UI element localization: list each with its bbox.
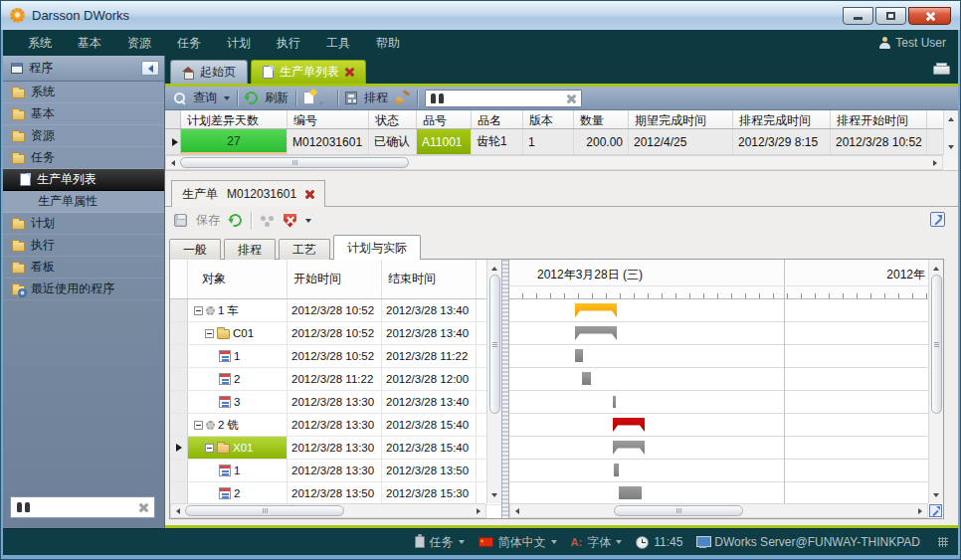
grid-header[interactable]: 计划差异天数 — [181, 110, 288, 128]
edit-pencil-icon[interactable] — [321, 93, 330, 103]
scroll-thumb[interactable] — [489, 275, 500, 414]
gantt-bar-task[interactable] — [613, 396, 616, 408]
clear-search-icon[interactable] — [138, 502, 148, 512]
scroll-left-icon[interactable] — [171, 504, 185, 517]
scroll-thumb[interactable] — [185, 505, 344, 516]
tree-row-group-1[interactable]: 1 车 2012/3/28 10:52 2012/3/28 13:40 — [170, 299, 501, 322]
scroll-down-icon[interactable] — [944, 140, 958, 153]
grid-header[interactable]: 品名 — [472, 110, 523, 128]
tab-schedule[interactable]: 排程 — [224, 239, 276, 260]
tree-header[interactable]: 结束时间 — [382, 260, 477, 298]
flow-chart-icon[interactable] — [261, 215, 275, 227]
broom-clear-icon[interactable] — [395, 92, 410, 105]
shield-cancel-icon[interactable] — [284, 214, 296, 228]
sidebar-search-input[interactable] — [36, 500, 132, 514]
status-font-menu[interactable]: 字体 — [567, 534, 627, 551]
menu-execute[interactable]: 执行 — [264, 31, 313, 56]
sidebar-item-production-order-list[interactable]: 生产单列表 — [3, 169, 164, 191]
scroll-thumb[interactable] — [180, 157, 409, 168]
tree-row-resource-c01[interactable]: C01 2012/3/28 10:52 2012/3/28 13:40 — [170, 322, 501, 345]
menu-system[interactable]: 系统 — [15, 31, 65, 56]
grid-vertical-scrollbar[interactable] — [943, 110, 958, 155]
printer-icon[interactable] — [933, 63, 948, 75]
grid-header[interactable]: 排程开始时间 — [831, 110, 927, 128]
close-detail-icon[interactable] — [305, 190, 314, 199]
scroll-up-icon[interactable] — [929, 262, 943, 275]
chevron-down-icon[interactable] — [224, 96, 230, 100]
tab-process[interactable]: 工艺 — [279, 239, 330, 260]
sidebar-item-recent-programs[interactable]: 最近使用的程序 — [3, 279, 164, 300]
scroll-right-icon[interactable] — [472, 504, 485, 517]
status-task-menu[interactable]: 任务 — [411, 534, 469, 551]
collapse-expander-icon[interactable] — [194, 421, 203, 430]
tab-production-order-list[interactable]: 生产单列表 — [251, 60, 366, 84]
tree-row-resource-x01-selected[interactable]: X01 2012/3/28 13:30 2012/3/28 15:40 — [170, 437, 501, 460]
tree-vertical-scrollbar[interactable] — [486, 260, 501, 503]
query-button[interactable]: 查询 — [193, 90, 217, 106]
tree-row-task[interactable]: 1 2012/3/28 10:52 2012/3/28 11:22 — [170, 345, 501, 368]
sidebar-item-basic[interactable]: 基本 — [3, 103, 164, 125]
tree-row-task[interactable]: 3 2012/3/28 13:30 2012/3/28 13:40 — [170, 391, 501, 414]
tree-header[interactable]: 开始时间 — [288, 260, 382, 298]
close-tab-icon[interactable] — [345, 68, 354, 77]
popout-icon[interactable] — [930, 212, 945, 227]
maximize-button[interactable] — [875, 7, 906, 25]
tab-start-page[interactable]: 起始页 — [170, 60, 248, 84]
tree-gantt-splitter[interactable] — [501, 260, 509, 518]
new-document-icon[interactable] — [303, 92, 314, 104]
minimize-button[interactable] — [843, 7, 873, 25]
grid-header[interactable]: 编号 — [288, 110, 369, 128]
menu-basic[interactable]: 基本 — [65, 31, 114, 56]
gantt-bar-task[interactable] — [575, 349, 583, 362]
schedule-button[interactable]: 排程 — [364, 90, 388, 106]
collapse-expander-icon[interactable] — [194, 306, 203, 315]
resize-grip[interactable] — [938, 537, 948, 547]
detail-doc-tab[interactable]: 生产单 M012031601 — [171, 180, 325, 207]
sidebar-item-kanban[interactable]: 看板 — [3, 257, 164, 279]
sidebar-item-system[interactable]: 系统 — [3, 82, 164, 103]
grid-header[interactable]: 排程完成时间 — [733, 110, 831, 128]
sidebar-item-resource[interactable]: 资源 — [3, 125, 164, 147]
menu-help[interactable]: 帮助 — [363, 31, 413, 56]
grid-header[interactable]: 数量 — [574, 110, 629, 128]
scroll-down-icon[interactable] — [487, 488, 501, 501]
gantt-bar-task[interactable] — [582, 372, 591, 385]
collapse-expander-icon[interactable] — [205, 444, 214, 453]
tab-plan-vs-actual[interactable]: 计划与实际 — [333, 235, 421, 260]
menu-plan[interactable]: 计划 — [214, 31, 264, 56]
tree-header[interactable]: 对象 — [188, 260, 288, 298]
refresh-button[interactable]: 刷新 — [265, 90, 288, 106]
scroll-thumb[interactable] — [614, 505, 743, 516]
scroll-down-icon[interactable] — [929, 488, 943, 501]
tree-row-task[interactable]: 2 2012/3/28 11:22 2012/3/28 12:00 — [170, 368, 501, 391]
scroll-right-icon[interactable] — [928, 156, 942, 169]
menu-tools[interactable]: 工具 — [313, 31, 363, 56]
clear-search-icon[interactable] — [566, 93, 576, 103]
gantt-bar-task[interactable] — [614, 464, 619, 476]
tree-row-task[interactable]: 1 2012/3/28 13:30 2012/3/28 13:50 — [170, 460, 501, 482]
scroll-up-icon[interactable] — [944, 112, 958, 125]
sidebar-item-task[interactable]: 任务 — [3, 147, 164, 169]
tree-row-task[interactable]: 2 2012/3/28 13:50 2012/3/28 15:30 — [170, 482, 501, 505]
scroll-left-icon[interactable] — [510, 504, 524, 517]
sidebar-collapse-button[interactable] — [141, 61, 159, 76]
gantt-vertical-scrollbar[interactable] — [928, 260, 943, 503]
grid-header[interactable]: 期望完成时间 — [629, 110, 733, 128]
grid-row[interactable]: 27 M012031601 已确认 A11001 齿轮1 1 200.00 20… — [165, 129, 958, 155]
grid-header[interactable]: 品号 — [417, 110, 472, 128]
scroll-thumb[interactable] — [931, 275, 942, 414]
menu-task[interactable]: 任务 — [164, 31, 214, 56]
scroll-left-icon[interactable] — [166, 156, 180, 169]
current-user[interactable]: Test User — [879, 36, 946, 50]
menu-resource[interactable]: 资源 — [114, 31, 164, 56]
gantt-bar-task[interactable] — [619, 486, 642, 499]
grid-header[interactable]: 版本 — [523, 110, 574, 128]
sidebar-item-plan[interactable]: 计划 — [3, 213, 164, 235]
scroll-up-icon[interactable] — [487, 262, 501, 275]
gantt-popout-icon[interactable] — [929, 504, 942, 517]
chevron-down-icon[interactable] — [305, 219, 311, 223]
save-button[interactable]: 保存 — [196, 212, 220, 229]
collapse-expander-icon[interactable] — [205, 329, 214, 338]
tree-horizontal-scrollbar[interactable] — [170, 503, 486, 518]
tab-general[interactable]: 一般 — [169, 239, 221, 260]
